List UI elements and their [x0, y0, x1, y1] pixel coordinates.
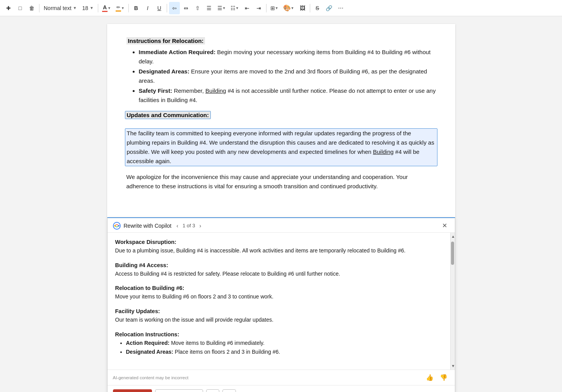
copilot-bullet1-bold: Action Required:: [126, 340, 170, 346]
divider-2: [98, 4, 98, 12]
copilot-bullet2-text: Place items on floors 2 and 3 in Buildin…: [175, 349, 280, 355]
copilot-section2-text: Access to Building #4 is restricted for …: [115, 270, 442, 278]
copilot-bullet2-bold: Designated Areas:: [126, 349, 173, 355]
copilot-bullet2: Designated Areas: Place items on floors …: [126, 348, 442, 356]
copilot-logo-icon: [113, 222, 121, 230]
table-icon: ⊞: [270, 5, 275, 11]
align-left-button[interactable]: ⇦: [169, 2, 180, 14]
strikethrough-button[interactable]: S: [312, 2, 323, 14]
underline-label: U: [157, 5, 161, 11]
indent-increase-button[interactable]: ⇥: [253, 2, 264, 14]
copilot-title: Rewrite with Copilot: [124, 223, 172, 229]
feedback-buttons: 👍 👎: [424, 373, 449, 382]
instructions-list: Immediate Action Required: Begin moving …: [126, 48, 436, 105]
copilot-bullet1-text: Move items to Building #6 immediately.: [171, 340, 265, 346]
copilot-section1-title: Workspace Disruption:: [115, 239, 442, 245]
chevron-icon-2: ▼: [121, 6, 125, 10]
image-icon: 🖼: [300, 5, 305, 11]
copy-button[interactable]: □: [15, 2, 26, 14]
scroll-up-button[interactable]: ▲: [451, 233, 455, 240]
copilot-nav: ‹ 1 of 3 ›: [174, 222, 203, 230]
link-button[interactable]: 🔗: [324, 2, 335, 14]
copilot-content-wrapper: Workspace Disruption: Due to a plumbing …: [108, 233, 455, 370]
nav-prev-button[interactable]: ‹: [174, 222, 180, 230]
bold-button[interactable]: B: [131, 2, 142, 14]
divider-4: [167, 4, 167, 12]
settings-button[interactable]: ⚙: [222, 389, 236, 392]
chevron-down-icon-2: ▼: [90, 6, 94, 10]
chevron-icon-4: ▼: [236, 6, 239, 10]
section-instructions: Instructions for Relocation: Immediate A…: [126, 37, 436, 105]
italic-label: I: [147, 5, 149, 11]
copilot-section3-text: Move your items to Building #6 on floors…: [115, 293, 442, 301]
copilot-section-facility: Facility Updates: Our team is working on…: [115, 308, 442, 324]
divider-1: [39, 4, 39, 12]
copilot-section1-text: Due to a plumbing issue, Building #4 is …: [115, 247, 442, 255]
scroll-thumb: [451, 242, 454, 265]
copilot-scrollbar[interactable]: ▲ ▼: [450, 233, 455, 370]
bullet-list-button[interactable]: ☰ ▼: [215, 2, 228, 14]
copilot-section5-title: Relocation Instructions:: [115, 331, 442, 337]
replace-button[interactable]: ⬆ Replace: [113, 389, 152, 392]
copilot-instructions-list: Action Required: Move items to Building …: [115, 339, 442, 356]
thumbs-up-button[interactable]: 👍: [424, 373, 436, 382]
toolbar: ✚ □ 🗑 Normal text ▼ 18 ▼ A ▼ ✏ ▼ B I U ⇦…: [0, 0, 562, 16]
font-color-icon: A: [102, 4, 108, 12]
regenerate-button[interactable]: ↻: [206, 389, 219, 392]
building-link-2[interactable]: Building: [373, 148, 393, 155]
bullet1-bold: Immediate Action Required:: [139, 49, 216, 55]
copilot-header: Rewrite with Copilot ‹ 1 of 3 › ✕: [108, 218, 455, 233]
building-link[interactable]: Building: [205, 87, 226, 94]
section1-heading: Instructions for Relocation:: [126, 37, 205, 44]
text-style-dropdown[interactable]: Normal text ▼: [41, 2, 79, 14]
align-right-button[interactable]: ⇧: [192, 2, 203, 14]
indent-decrease-button[interactable]: ⇤: [242, 2, 253, 14]
thumbs-down-button[interactable]: 👎: [438, 373, 449, 382]
underline-button[interactable]: U: [154, 2, 165, 14]
chevron-icon: ▼: [108, 6, 111, 10]
section-para1: The facility team is committed to keepin…: [125, 128, 437, 166]
bullet2-bold: Designated Areas:: [139, 68, 190, 75]
close-button[interactable]: ✕: [440, 221, 449, 230]
add-button[interactable]: ✚: [3, 2, 14, 14]
delete-button[interactable]: 🗑: [26, 2, 37, 14]
chevron-icon-5: ▼: [275, 6, 278, 10]
disclaimer-text: AI-generated content may be incorrect: [113, 375, 189, 380]
highlight-color-button[interactable]: ✏ ▼: [114, 2, 126, 14]
bullet-designated-areas: Designated Areas: Ensure your items are …: [139, 67, 436, 85]
bold-label: B: [134, 5, 138, 11]
divider-3: [128, 4, 129, 12]
font-size-dropdown[interactable]: 18 ▼: [80, 2, 96, 14]
chevron-icon-3: ▼: [222, 6, 226, 10]
table-button[interactable]: ⊞ ▼: [268, 2, 280, 14]
text-style-label: Normal text: [44, 5, 72, 11]
section-updates: Updates and Communication:: [126, 111, 436, 122]
align-center-button[interactable]: ⇔: [181, 2, 191, 14]
justify-button[interactable]: ☰: [204, 2, 215, 14]
svg-point-1: [114, 225, 116, 227]
text-color-button[interactable]: A ▼: [100, 2, 113, 14]
copilot-section4-text: Our team is working on the issue and wil…: [115, 316, 442, 324]
italic-button[interactable]: I: [142, 2, 153, 14]
copilot-section4-title: Facility Updates:: [115, 308, 442, 314]
copilot-header-left: Rewrite with Copilot ‹ 1 of 3 ›: [113, 222, 203, 230]
nav-next-button[interactable]: ›: [197, 222, 203, 230]
copilot-actions: ⬆ Replace ⸻ Insert below ↻ ⚙: [108, 385, 455, 392]
section-para2: We apologize for the inconvenience this …: [126, 172, 436, 191]
image-button[interactable]: 🖼: [297, 2, 308, 14]
scroll-down-button[interactable]: ▼: [451, 362, 455, 370]
insert-below-button[interactable]: ⸻ Insert below: [155, 389, 203, 392]
bullet3-text-pre: Remember,: [174, 87, 205, 94]
bullet3-bold: Safety First:: [139, 87, 173, 94]
copilot-content[interactable]: Workspace Disruption: Due to a plumbing …: [108, 233, 450, 370]
color-palette-button[interactable]: 🎨 ▼: [281, 2, 296, 14]
document-page: Instructions for Relocation: Immediate A…: [107, 24, 455, 217]
svg-point-2: [118, 225, 120, 227]
para2-text: We apologize for the inconvenience this …: [126, 172, 436, 191]
numbered-list-button[interactable]: ☷ ▼: [229, 2, 241, 14]
color-palette-icon: 🎨: [283, 4, 291, 12]
para1-text: The facility team is committed to keepin…: [127, 129, 436, 166]
font-size-label: 18: [82, 5, 88, 11]
more-options-button[interactable]: ⋯: [335, 2, 346, 14]
copilot-section-access: Building #4 Access: Access to Building #…: [115, 262, 442, 278]
